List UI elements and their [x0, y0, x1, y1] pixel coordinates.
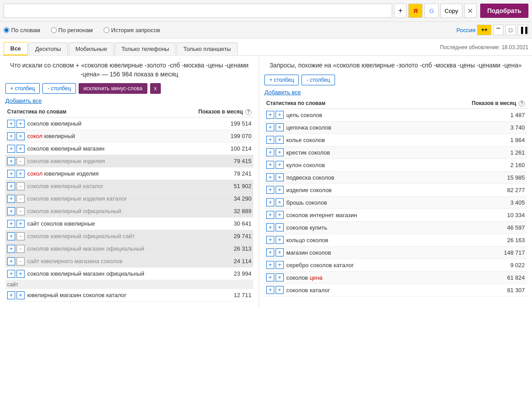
add-keyword-button[interactable]: + — [7, 120, 15, 128]
minus-keyword-button[interactable]: − — [17, 195, 25, 203]
left-help-icon[interactable]: ? — [245, 109, 251, 115]
add-keyword-button[interactable]: + — [266, 136, 274, 144]
right-add-column-button[interactable]: + столбец — [264, 75, 299, 85]
add-keyword-button[interactable]: + — [266, 286, 274, 294]
add-keyword-button[interactable]: + — [7, 170, 15, 178]
minus-keyword-button[interactable]: + — [276, 286, 284, 294]
keyword-count: 26 313 — [216, 245, 251, 252]
add-keyword-button[interactable]: + — [266, 236, 274, 244]
left-add-column-button[interactable]: + столбец — [5, 83, 40, 94]
add-keyword-button[interactable]: + — [7, 257, 15, 265]
add-keyword-button[interactable]: + — [266, 161, 274, 169]
list-item: ++ювелирный магазин соколов каталог12 71… — [5, 289, 253, 302]
right-add-all[interactable]: Добавить все — [264, 89, 301, 96]
add-keyword-button[interactable]: + — [266, 186, 274, 194]
minus-keyword-button[interactable]: + — [276, 148, 284, 156]
keyword-count: 26 163 — [489, 237, 525, 243]
add-keyword-button[interactable]: + — [266, 123, 274, 131]
radio-by-words[interactable]: По словам — [4, 27, 40, 34]
minus-keyword-button[interactable]: − — [17, 257, 25, 265]
tab-phones[interactable]: Только телефоны — [115, 42, 176, 55]
region-square-button[interactable]: □ — [505, 25, 516, 35]
minus-keyword-button[interactable]: − — [17, 157, 25, 165]
minus-keyword-button[interactable]: + — [276, 173, 284, 181]
minus-keyword-button[interactable]: + — [276, 198, 284, 206]
minus-keyword-button[interactable]: + — [17, 170, 25, 178]
add-keyword-button[interactable]: + — [266, 173, 274, 181]
search-input[interactable]: соколов ювелирные -золото -спб -москва -… — [4, 4, 392, 18]
radio-by-regions[interactable]: По регионам — [51, 27, 93, 34]
minus-keyword-button[interactable]: + — [17, 145, 25, 153]
minus-keyword-button[interactable]: + — [17, 220, 25, 228]
region-quotes-button[interactable]: "" — [493, 25, 503, 35]
add-keyword-button[interactable]: + — [7, 270, 15, 278]
minus-keyword-button[interactable]: + — [17, 132, 25, 140]
minus-keyword-button[interactable]: + — [276, 111, 284, 119]
yandex-icon[interactable]: Я — [408, 4, 423, 18]
left-remove-column-button[interactable]: - столбец — [42, 83, 75, 94]
minus-keyword-button[interactable]: + — [17, 120, 25, 128]
minus-keyword-button[interactable]: + — [276, 123, 284, 131]
clear-button[interactable]: ✕ — [464, 4, 477, 18]
add-keyword-button[interactable]: + — [7, 195, 15, 203]
add-keyword-button[interactable]: + — [7, 232, 15, 240]
add-keyword-button[interactable]: + — [7, 182, 15, 190]
keyword-text: серебро соколов каталог — [286, 262, 489, 269]
list-item: ++изделие соколов82 277 — [264, 184, 527, 197]
region-label[interactable]: Россия — [457, 27, 476, 34]
minus-keyword-button[interactable]: + — [276, 186, 284, 194]
add-keyword-button[interactable]: + — [7, 291, 15, 299]
tab-desktop[interactable]: Десктопы — [29, 42, 68, 55]
keyword-count: 61 824 — [489, 274, 525, 281]
submit-button[interactable]: Подобрать — [480, 4, 528, 18]
add-keyword-button[interactable]: + — [266, 248, 274, 256]
left-x-button[interactable]: x — [150, 83, 161, 94]
add-keyword-button[interactable]: + — [7, 207, 15, 215]
minus-keyword-button[interactable]: + — [276, 136, 284, 144]
minus-keyword-button[interactable]: + — [276, 223, 284, 231]
copy-button[interactable]: Copy — [440, 4, 462, 18]
minus-keyword-button[interactable]: − — [17, 232, 25, 240]
tab-tablets[interactable]: Только планшеты — [176, 42, 237, 55]
minus-keyword-button[interactable]: + — [276, 211, 284, 219]
list-item: ++соколов каталог81 307 — [264, 284, 527, 297]
left-panel-title: Что искали со словом + «соколов ювелирны… — [5, 61, 253, 79]
add-keyword-button[interactable]: + — [7, 132, 15, 140]
tab-all[interactable]: Все — [4, 42, 28, 55]
add-keyword-button[interactable]: + — [266, 273, 274, 281]
google-icon[interactable]: G — [424, 4, 439, 18]
minus-keyword-button[interactable]: + — [276, 273, 284, 281]
minus-keyword-button[interactable]: − — [17, 182, 25, 190]
keyword-text: сайт ювелирного магазина соколов — [27, 258, 216, 264]
add-keyword-button[interactable]: + — [266, 111, 274, 119]
tab-mobile[interactable]: Мобильные — [69, 42, 114, 55]
right-remove-column-button[interactable]: - столбец — [302, 75, 335, 85]
minus-keyword-button[interactable]: + — [17, 270, 25, 278]
right-help-icon[interactable]: ? — [519, 101, 525, 107]
search-plus-button[interactable]: + — [394, 4, 406, 18]
minus-keyword-button[interactable]: − — [17, 245, 25, 253]
region-plusplus-button[interactable]: ++ — [477, 25, 491, 35]
minus-keyword-button[interactable]: + — [17, 291, 25, 299]
minus-keyword-button[interactable]: + — [276, 236, 284, 244]
add-keyword-button[interactable]: + — [266, 223, 274, 231]
right-controls: + столбец - столбец — [264, 75, 527, 85]
radio-history[interactable]: История запросов — [104, 27, 160, 34]
left-exclude-button[interactable]: исключить минус-слова — [79, 83, 147, 94]
region-pause-button[interactable]: ▐▐ — [518, 25, 528, 35]
minus-keyword-button[interactable]: + — [276, 261, 284, 269]
add-keyword-button[interactable]: + — [266, 211, 274, 219]
add-keyword-button[interactable]: + — [266, 198, 274, 206]
add-keyword-button[interactable]: + — [7, 245, 15, 253]
add-keyword-button[interactable]: + — [7, 145, 15, 153]
add-keyword-button[interactable]: + — [266, 261, 274, 269]
keyword-text: сокол ювелирный — [27, 133, 216, 139]
add-keyword-button[interactable]: + — [7, 220, 15, 228]
left-add-all[interactable]: Добавить все — [5, 97, 42, 104]
minus-keyword-button[interactable]: − — [17, 207, 25, 215]
minus-keyword-button[interactable]: + — [276, 248, 284, 256]
add-keyword-button[interactable]: + — [266, 148, 274, 156]
add-keyword-button[interactable]: + — [7, 157, 15, 165]
radio-history-label: История запросов — [111, 27, 160, 34]
minus-keyword-button[interactable]: + — [276, 161, 284, 169]
